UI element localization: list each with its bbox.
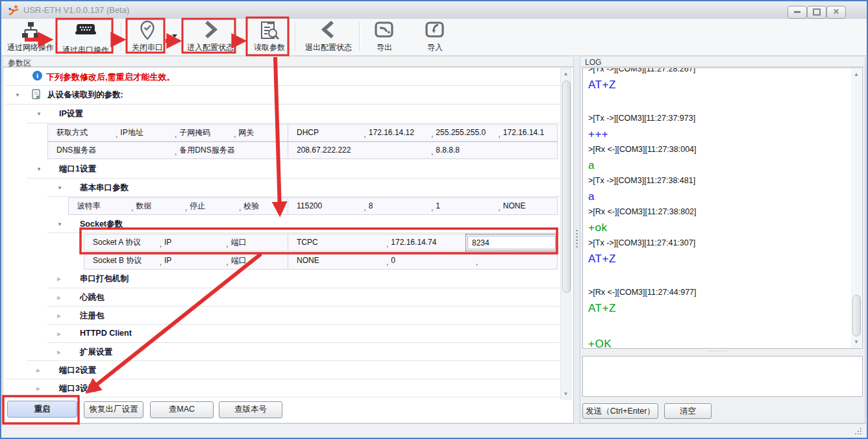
param-row-serial[interactable]: 波特率 ,数据 ,停止 ,校验 115200 ,8 ,1 ,NONE [68, 197, 558, 215]
query-version-button[interactable]: 查版本号 [219, 401, 282, 418]
log-line: AT+Z [588, 251, 849, 266]
params-scrollbar-thumb[interactable] [562, 81, 571, 293]
scroll-up-icon[interactable]: ▲ [851, 71, 862, 77]
panel-splitter[interactable] [575, 56, 579, 423]
log-line: +OK [588, 336, 849, 348]
log-line: >[Rx <-][COM3][11:27:44:977] [588, 286, 849, 298]
value-parity[interactable]: ,NONE [490, 198, 558, 214]
query-mac-button[interactable]: 查MAC [150, 401, 214, 418]
value-databits[interactable]: ,8 [356, 198, 423, 214]
log-scrollbar[interactable]: ▲ ▼ [851, 69, 862, 347]
log-line: a [588, 189, 849, 204]
log-line [588, 266, 849, 284]
triangle-collapsed-icon[interactable]: ▶ [36, 368, 40, 373]
toolbar-button-exit-config[interactable]: 退出配置状态 [301, 19, 356, 53]
tree-section-httpd[interactable]: ▶ HTTPD Client [3, 325, 573, 343]
value-dns2[interactable]: ,8.8.8.8 [423, 142, 557, 158]
tree-section-port3[interactable]: ▶ 端口3设置 [3, 380, 573, 397]
tree-section-register[interactable]: ▶ 注册包 [3, 307, 573, 325]
resize-grip[interactable] [854, 427, 862, 434]
info-icon: i [32, 71, 42, 81]
close-serial-dropdown-icon[interactable] [172, 34, 177, 38]
value-dhcp[interactable]: DHCP [288, 125, 356, 141]
log-output-area[interactable]: >[Tx ->][COM3][11:27:28:267]AT+Z>[Tx ->]… [582, 68, 863, 349]
log-input-area[interactable] [582, 356, 863, 397]
value-socket-b-ip[interactable]: ,0 [378, 253, 467, 269]
network-icon [5, 19, 56, 42]
tree-section-ip[interactable]: ▼ IP设置 [3, 105, 573, 123]
toolbar-button-close-serial[interactable]: 关闭串口 [129, 19, 166, 53]
socket-a-port-input[interactable]: 8234 [467, 236, 556, 249]
toolbar-separator [121, 22, 122, 51]
triangle-collapsed-icon[interactable]: ▶ [57, 349, 61, 355]
triangle-collapsed-icon[interactable]: ▶ [57, 331, 61, 337]
close-button[interactable]: ✕ [826, 6, 846, 19]
tree-section-port1[interactable]: ▼ 端口1设置 [3, 160, 573, 179]
log-line: +++ [588, 127, 849, 142]
param-row-socket-a[interactable]: Socket A 协议 ,IP ,端口 TCPC ,172.16.14.74 8… [84, 234, 558, 251]
value-mask[interactable]: ,255.255.255.0 [423, 125, 490, 141]
toolbar-button-network[interactable]: 通过网络操作 [5, 19, 56, 53]
reboot-button[interactable]: 重启 [7, 401, 77, 418]
tree-root[interactable]: ▼ 从设备读取到的参数: [3, 86, 573, 105]
triangle-collapsed-icon[interactable]: ▶ [36, 386, 40, 392]
log-splitter[interactable]: ······· [708, 350, 734, 353]
tree-section-heartbeat[interactable]: ▶ 心跳包 [3, 289, 573, 307]
log-panel-title: LOG [585, 58, 601, 67]
triangle-expanded-icon[interactable]: ▼ [36, 111, 42, 117]
minimize-button[interactable] [787, 6, 807, 19]
value-socket-b-protocol[interactable]: NONE [288, 253, 378, 269]
log-line: >[Tx ->][COM3][11:27:41:307] [588, 237, 849, 249]
tree-section-packing[interactable]: ▶ 串口打包机制 [3, 270, 573, 288]
param-row-ip[interactable]: 获取方式 ,IP地址 ,子网掩码 ,网关 DHCP ,172.16.14.12 … [47, 124, 558, 142]
tree-section-socket[interactable]: ▼ Socket参数 [3, 216, 573, 233]
triangle-expanded-icon[interactable]: ▼ [36, 166, 42, 172]
title-bar[interactable]: USR-ETH V1.0.0.137 (Beta) ✕ [1, 1, 867, 19]
value-socket-a-ip[interactable]: ,172.16.14.74 [378, 234, 467, 251]
value-gateway[interactable]: ,172.16.14.1 [490, 125, 558, 141]
triangle-expanded-icon[interactable]: ▼ [57, 221, 62, 227]
toolbar-button-export[interactable]: 导出 [366, 19, 403, 53]
log-line: AT+Z [588, 301, 849, 316]
tree-section-extended[interactable]: ▶ 扩展设置 [3, 344, 573, 361]
toolbar-button-serial[interactable]: 通过串口操作 [58, 19, 113, 53]
param-row-socket-b[interactable]: Socket B 协议 ,IP ,端口 NONE ,0 , [84, 252, 558, 270]
minimize-icon [794, 11, 800, 13]
doc-magnifier-icon [251, 19, 288, 42]
send-button[interactable]: 发送（Ctrl+Enter） [582, 403, 658, 419]
triangle-collapsed-icon[interactable]: ▶ [57, 276, 61, 282]
scroll-up-icon[interactable]: ▲ [561, 71, 571, 77]
scroll-down-icon[interactable]: ▼ [851, 339, 862, 345]
pin-check-icon [129, 19, 166, 42]
tree-root-label: 从设备读取到的参数: [47, 90, 123, 101]
factory-reset-button[interactable]: 恢复出厂设置 [84, 401, 143, 418]
maximize-button[interactable] [807, 6, 826, 19]
toolbar-button-enter-config[interactable]: 进入配置状态 [184, 19, 236, 53]
log-line [588, 316, 849, 334]
triangle-collapsed-icon[interactable]: ▶ [57, 313, 61, 319]
tree-section-serial-basic[interactable]: ▼ 基本串口参数 [3, 179, 573, 197]
value-ip[interactable]: ,172.16.14.12 [356, 125, 423, 141]
toolbar-button-read-params[interactable]: 读取参数 [251, 19, 288, 53]
serial-port-icon [58, 19, 113, 44]
tree-section-port2[interactable]: ▶ 端口2设置 [3, 362, 573, 379]
params-panel-header: 参数区 [3, 56, 574, 67]
value-socket-b-port[interactable]: , [467, 253, 557, 269]
log-scrollbar-thumb[interactable] [852, 295, 861, 336]
value-socket-a-protocol[interactable]: TCPC [288, 234, 378, 251]
log-line: >[Rx <-][COM3][11:27:38:802] [588, 206, 849, 218]
triangle-expanded-icon[interactable]: ▼ [57, 185, 62, 191]
log-line [588, 92, 849, 110]
params-scrollbar[interactable]: ▲ ▼ [560, 68, 571, 399]
triangle-collapsed-icon[interactable]: ▶ [57, 295, 61, 301]
chevron-right-icon [184, 19, 236, 42]
toolbar-button-import[interactable]: 导入 [417, 19, 453, 53]
value-stopbits[interactable]: ,1 [423, 198, 490, 214]
param-row-dns[interactable]: DNS服务器 ,备用DNS服务器 208.67.222.222 ,8.8.8.8 [47, 142, 558, 159]
value-baudrate[interactable]: 115200 [288, 198, 356, 214]
triangle-expanded-icon[interactable]: ▼ [15, 92, 20, 98]
clear-button[interactable]: 清空 [664, 403, 712, 419]
value-dns1[interactable]: 208.67.222.222 [288, 142, 423, 158]
scroll-down-icon[interactable]: ▼ [561, 391, 571, 397]
app-logo-icon [7, 4, 20, 17]
